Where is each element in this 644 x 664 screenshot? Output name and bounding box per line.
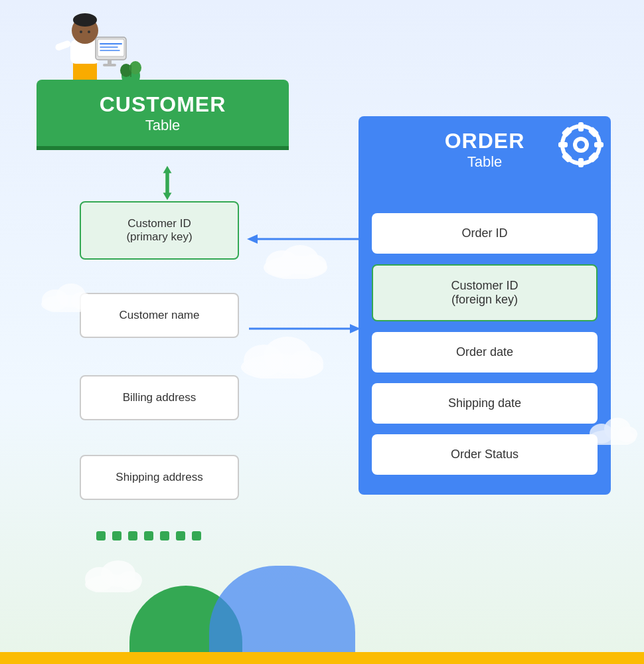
cloud-2 (236, 335, 329, 381)
svg-marker-34 (163, 166, 172, 173)
green-dot-2 (112, 531, 121, 540)
svg-marker-36 (163, 193, 172, 200)
order-field-shipping-date: Shipping date (372, 383, 598, 424)
svg-rect-29 (594, 142, 604, 147)
cloud-4 (584, 417, 641, 448)
svg-point-60 (118, 571, 142, 590)
svg-rect-27 (578, 158, 584, 167)
svg-rect-35 (165, 173, 169, 193)
svg-point-48 (289, 350, 323, 376)
order-field-order-status: Order Status (372, 434, 598, 475)
customer-field-name: Customer name (80, 293, 239, 338)
customer-field-primary-key: Customer ID(primary key) (80, 201, 239, 260)
cloud-5 (80, 559, 146, 595)
svg-rect-26 (578, 122, 584, 131)
svg-point-8 (88, 31, 90, 33)
svg-marker-40 (350, 324, 361, 333)
svg-rect-17 (103, 64, 116, 66)
order-table-title: ORDER (445, 129, 525, 153)
order-field-order-id: Order ID (372, 213, 598, 254)
svg-rect-28 (558, 142, 568, 147)
cloud-1 (259, 242, 332, 282)
svg-point-7 (80, 31, 82, 33)
customer-table-header: CUSTOMER Table (37, 80, 289, 146)
svg-marker-38 (247, 234, 258, 244)
svg-point-44 (300, 254, 327, 276)
customer-table-title: CUSTOMER (100, 92, 226, 117)
gear-icon (554, 118, 607, 171)
customer-table-dots (96, 531, 201, 540)
svg-rect-9 (54, 40, 72, 52)
order-field-order-date: Order date (372, 332, 598, 373)
customer-field-shipping: Shipping address (80, 455, 239, 500)
cloud-3 (37, 282, 96, 315)
order-table-body: Order ID Customer ID(foreign key) Order … (359, 183, 611, 495)
order-table-subtitle: Table (467, 153, 503, 171)
svg-point-52 (71, 292, 92, 309)
svg-point-6 (73, 13, 97, 27)
green-dot-3 (128, 531, 137, 540)
person-illustration (41, 12, 127, 88)
vertical-arrow (157, 165, 177, 201)
green-dot-5 (160, 531, 169, 540)
bottom-bar (0, 652, 644, 664)
green-dot-4 (144, 531, 153, 540)
green-dot-6 (176, 531, 185, 540)
svg-point-56 (617, 426, 637, 442)
customer-table-subtitle: Table (145, 117, 181, 134)
svg-point-25 (577, 141, 585, 149)
order-field-customer-id-fk: Customer ID(foreign key) (372, 264, 598, 321)
customer-field-billing: Billing address (80, 375, 239, 420)
green-dot-1 (96, 531, 106, 540)
green-dot-7 (192, 531, 201, 540)
